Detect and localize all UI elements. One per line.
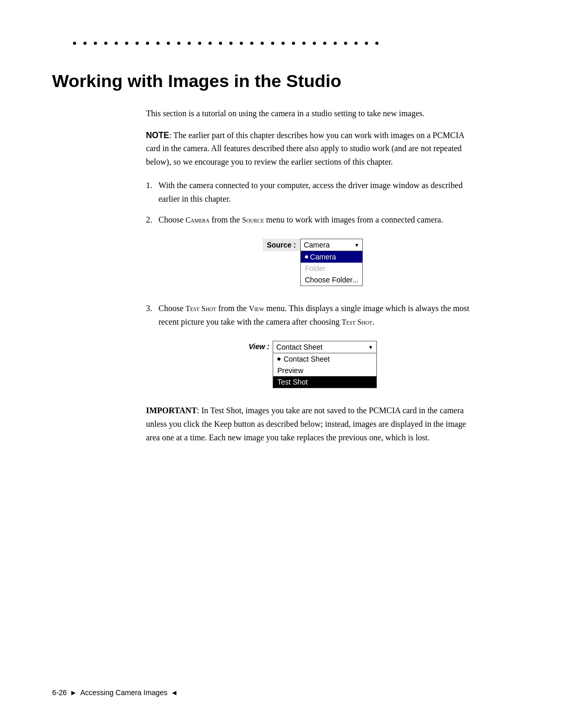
list-num-3: 3.: [146, 302, 152, 328]
note-paragraph: NOTE: The earlier part of this chapter d…: [146, 129, 480, 169]
dot-21: [282, 42, 285, 45]
source-menu-folder-label: Folder: [305, 264, 326, 273]
view-selected-value: Contact Sheet: [276, 343, 323, 351]
dot-4: [104, 42, 107, 45]
dot-22: [292, 42, 295, 45]
list-num-1: 1.: [146, 179, 152, 205]
footer: 6-26 ► Accessing Camera Images ◄: [52, 688, 511, 697]
note-label: NOTE: [146, 131, 169, 140]
list-item-1: 1. With the camera connected to your com…: [146, 179, 480, 205]
source-menu-item-choose-folder[interactable]: Choose Folder...: [301, 274, 363, 286]
dot-23: [302, 42, 305, 45]
view-menu-item-contact-sheet[interactable]: Contact Sheet: [273, 353, 376, 365]
view-dropdown[interactable]: Contact Sheet ▼ Contact Sheet Preview Te…: [273, 341, 377, 388]
dot-6: [125, 42, 128, 45]
source-menu-camera-label: Camera: [310, 253, 336, 261]
view-selected-row[interactable]: Contact Sheet ▼: [273, 341, 377, 353]
dot-19: [261, 42, 264, 45]
dot-28: [354, 42, 358, 45]
small-caps-source: Source: [242, 216, 264, 224]
dot-12: [188, 42, 191, 45]
dot-26: [334, 42, 337, 45]
footer-arrow-left-icon: ◄: [170, 688, 178, 697]
list-num-2: 2.: [146, 213, 152, 227]
dot-14: [209, 42, 212, 45]
dot-17: [240, 42, 243, 45]
dot-15: [219, 42, 222, 45]
footer-page-number: 6-26: [52, 688, 67, 697]
dot-25: [323, 42, 326, 45]
small-caps-test-shot-2: Test Shot: [341, 318, 372, 326]
dot-30: [375, 42, 378, 45]
source-selected-row[interactable]: Camera ▼: [300, 239, 363, 251]
view-menu-item-preview[interactable]: Preview: [273, 365, 376, 376]
view-label: View :: [249, 341, 270, 351]
source-widget: Source : Camera ▼ Camera Folder: [263, 239, 363, 286]
important-label: IMPORTANT: [146, 406, 197, 415]
view-menu-test-shot-label: Test Shot: [277, 378, 308, 386]
source-menu-choose-folder-label: Choose Folder...: [305, 276, 359, 284]
source-arrow-icon: ▼: [354, 242, 359, 248]
decorative-dots-row: [52, 42, 511, 45]
list-item-2: 2. Choose Camera from the Source menu to…: [146, 213, 480, 227]
chapter-title: Working with Images in the Studio: [52, 71, 511, 91]
bullet-dot-contact-sheet: [277, 357, 280, 361]
source-widget-container: Source : Camera ▼ Camera Folder: [146, 239, 480, 286]
small-caps-test-shot-1: Test Shot: [186, 304, 216, 313]
dot-16: [229, 42, 232, 45]
list-text-2: Choose Camera from the Source menu to wo…: [158, 213, 480, 227]
source-menu-item-folder: Folder: [301, 263, 363, 274]
list-text-1: With the camera connected to your comput…: [158, 179, 480, 205]
dot-3: [94, 42, 97, 45]
view-widget: View : Contact Sheet ▼ Contact Sheet Pre…: [249, 341, 377, 388]
important-paragraph: IMPORTANT: In Test Shot, images you take…: [146, 404, 480, 444]
list-item-3: 3. Choose Test Shot from the View menu. …: [146, 302, 480, 328]
list-text-3: Choose Test Shot from the View menu. Thi…: [158, 302, 480, 328]
source-selected-value: Camera: [304, 241, 330, 249]
view-menu: Contact Sheet Preview Test Shot: [273, 353, 377, 388]
source-label: Source :: [263, 239, 300, 251]
dot-10: [167, 42, 170, 45]
dot-29: [365, 42, 368, 45]
dot-5: [115, 42, 118, 45]
intro-paragraph: This section is a tutorial on using the …: [146, 107, 480, 120]
view-menu-contact-sheet-label: Contact Sheet: [284, 355, 330, 363]
dot-18: [250, 42, 253, 45]
footer-arrow-right-icon: ►: [70, 688, 77, 697]
dot-11: [177, 42, 180, 45]
source-menu-item-camera[interactable]: Camera: [301, 251, 363, 263]
view-menu-item-test-shot[interactable]: Test Shot: [273, 376, 376, 388]
dot-20: [271, 42, 274, 45]
footer-chapter-text: Accessing Camera Images: [80, 688, 167, 697]
numbered-list: 1. With the camera connected to your com…: [146, 179, 480, 388]
dot-1: [73, 42, 76, 45]
small-caps-view: View: [249, 304, 264, 313]
view-widget-container: View : Contact Sheet ▼ Contact Sheet Pre…: [146, 341, 480, 388]
dot-9: [156, 42, 160, 45]
source-dropdown[interactable]: Camera ▼ Camera Folder Choose Folder...: [300, 239, 363, 286]
small-caps-camera: Camera: [186, 216, 210, 224]
dot-27: [344, 42, 347, 45]
source-menu: Camera Folder Choose Folder...: [300, 251, 363, 286]
dot-13: [198, 42, 201, 45]
dot-24: [313, 42, 316, 45]
dot-2: [83, 42, 87, 45]
page: Working with Images in the Studio This s…: [0, 0, 563, 728]
dot-8: [146, 42, 149, 45]
dot-7: [136, 42, 139, 45]
view-arrow-icon: ▼: [368, 344, 373, 350]
bullet-dot-camera: [305, 255, 308, 258]
note-body: : The earlier part of this chapter descr…: [146, 131, 464, 166]
view-menu-preview-label: Preview: [277, 366, 303, 375]
